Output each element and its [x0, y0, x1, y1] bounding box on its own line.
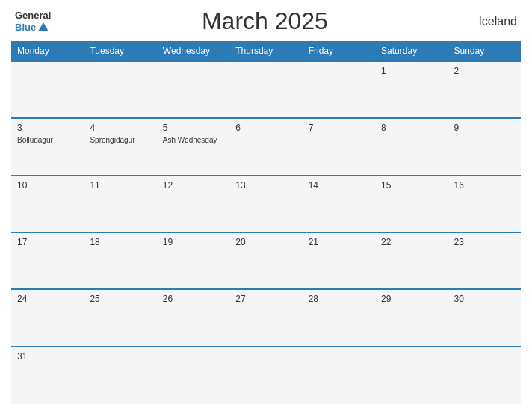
header-thursday: Thursday	[229, 41, 302, 61]
calendar-cell: 9	[448, 118, 521, 175]
calendar-cell: 3Bolludagur	[11, 118, 84, 175]
calendar-week-row: 17181920212223	[11, 232, 521, 289]
calendar-title: March 2025	[202, 7, 328, 35]
calendar-cell: 31	[11, 347, 84, 404]
header-monday: Monday	[11, 41, 84, 61]
day-number: 11	[90, 180, 150, 191]
header-tuesday: Tuesday	[84, 41, 156, 61]
calendar-cell: 10	[11, 176, 84, 232]
day-number: 19	[163, 237, 223, 247]
day-number: 25	[90, 294, 150, 304]
calendar-cell: 5Ash Wednesday	[157, 118, 229, 175]
calendar-cell: 29	[375, 289, 448, 346]
day-number: 26	[163, 294, 223, 304]
calendar-cell: 6	[229, 118, 302, 175]
calendar-week-row: 10111213141516	[11, 176, 521, 232]
day-number: 23	[454, 237, 515, 247]
day-number: 5	[163, 123, 223, 133]
day-number: 1	[381, 66, 442, 76]
calendar-cell	[375, 347, 448, 404]
calendar-cell: 7	[303, 118, 375, 175]
header-sunday: Sunday	[448, 41, 521, 61]
day-number: 3	[17, 123, 78, 133]
header-friday: Friday	[303, 41, 375, 61]
calendar-week-row: 24252627282930	[11, 289, 521, 346]
calendar-cell: 20	[229, 232, 302, 289]
calendar-cell	[229, 61, 302, 118]
day-number: 16	[454, 180, 515, 191]
day-number: 2	[454, 66, 515, 76]
calendar-cell	[84, 347, 156, 404]
calendar-cell: 13	[229, 176, 302, 232]
calendar-week-row: 3Bolludagur4Sprengidagur5Ash Wednesday67…	[11, 118, 521, 175]
logo-blue-text: Blue	[15, 22, 49, 34]
day-number: 7	[309, 123, 369, 133]
calendar-cell: 27	[229, 289, 302, 346]
event-label: Sprengidagur	[90, 135, 150, 145]
event-label: Ash Wednesday	[163, 135, 223, 145]
day-number: 31	[17, 351, 78, 362]
day-number: 8	[381, 123, 442, 133]
logo-general-text: General	[15, 10, 51, 22]
calendar-cell: 16	[448, 176, 521, 232]
calendar-week-row: 31	[11, 347, 521, 404]
event-label: Bolludagur	[17, 135, 78, 145]
calendar-cell	[157, 347, 229, 404]
day-number: 27	[235, 294, 296, 304]
calendar-cell: 28	[303, 289, 375, 346]
calendar-cell	[229, 347, 302, 404]
calendar-page: General Blue March 2025 Iceland Monday T…	[0, 0, 532, 411]
calendar-cell: 19	[157, 232, 229, 289]
header-saturday: Saturday	[375, 41, 448, 61]
calendar-cell	[84, 61, 156, 118]
calendar-cell: 21	[303, 232, 375, 289]
weekday-header-row: Monday Tuesday Wednesday Thursday Friday…	[11, 41, 521, 61]
day-number: 18	[90, 237, 150, 247]
calendar-cell	[448, 347, 521, 404]
calendar-table: Monday Tuesday Wednesday Thursday Friday…	[11, 41, 521, 404]
day-number: 9	[454, 123, 515, 133]
calendar-cell: 11	[84, 176, 156, 232]
day-number: 6	[235, 123, 296, 133]
calendar-cell: 26	[157, 289, 229, 346]
day-number: 20	[235, 237, 296, 247]
day-number: 15	[381, 180, 442, 191]
calendar-week-row: 12	[11, 61, 521, 118]
day-number: 17	[17, 237, 78, 247]
calendar-cell: 2	[448, 61, 521, 118]
calendar-cell: 4Sprengidagur	[84, 118, 156, 175]
calendar-cell: 30	[448, 289, 521, 346]
calendar-cell: 14	[303, 176, 375, 232]
calendar-cell	[303, 61, 375, 118]
calendar-cell	[157, 61, 229, 118]
calendar-cell: 18	[84, 232, 156, 289]
calendar-cell: 25	[84, 289, 156, 346]
calendar-cell: 1	[375, 61, 448, 118]
calendar-cell: 22	[375, 232, 448, 289]
logo-triangle-icon	[38, 22, 49, 31]
calendar-header: General Blue March 2025 Iceland	[11, 7, 521, 35]
day-number: 30	[454, 294, 515, 304]
calendar-cell: 23	[448, 232, 521, 289]
country-label: Iceland	[478, 15, 517, 28]
header-wednesday: Wednesday	[157, 41, 229, 61]
day-number: 21	[309, 237, 369, 247]
day-number: 4	[90, 123, 150, 133]
day-number: 13	[235, 180, 296, 191]
calendar-cell: 15	[375, 176, 448, 232]
logo: General Blue	[15, 10, 51, 33]
calendar-cell: 8	[375, 118, 448, 175]
calendar-cell: 12	[157, 176, 229, 232]
day-number: 12	[163, 180, 223, 191]
day-number: 24	[17, 294, 78, 304]
calendar-cell: 24	[11, 289, 84, 346]
day-number: 22	[381, 237, 442, 247]
day-number: 10	[17, 180, 78, 191]
day-number: 14	[309, 180, 369, 191]
calendar-cell: 17	[11, 232, 84, 289]
day-number: 28	[309, 294, 369, 304]
day-number: 29	[381, 294, 442, 304]
calendar-cell	[11, 61, 84, 118]
calendar-cell	[303, 347, 375, 404]
